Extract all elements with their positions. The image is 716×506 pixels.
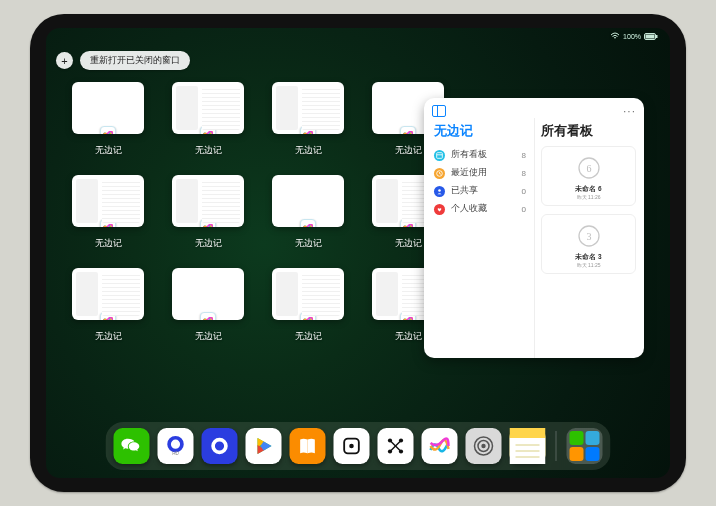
app-thumbnail — [172, 175, 244, 227]
app-label: 无边记 — [95, 237, 122, 250]
board-card[interactable]: 6未命名 6昨天 11:26 — [541, 146, 636, 206]
panel-toolbar: ··· — [424, 98, 644, 118]
app-label: 无边记 — [295, 330, 322, 343]
dock-dice-icon[interactable] — [334, 428, 370, 464]
app-card[interactable]: 无边记 — [272, 268, 344, 343]
panel-sidebar: 无边记 所有看板8最近使用8已共享0个人收藏0 — [424, 118, 534, 358]
app-label: 无边记 — [195, 330, 222, 343]
app-card[interactable]: 无边记 — [172, 175, 244, 250]
freeform-icon — [100, 126, 116, 134]
board-time: 昨天 11:25 — [577, 262, 601, 268]
board-card[interactable]: 3未命名 3昨天 11:25 — [541, 214, 636, 274]
svg-rect-3 — [437, 152, 443, 158]
more-button[interactable]: ··· — [623, 104, 636, 118]
dock-quark-hd-icon[interactable]: HD — [158, 428, 194, 464]
svg-rect-2 — [656, 35, 658, 38]
category-icon — [434, 204, 445, 215]
svg-rect-1 — [646, 34, 655, 38]
app-label: 无边记 — [95, 144, 122, 157]
app-thumbnail — [272, 268, 344, 320]
dock-wechat-icon[interactable] — [114, 428, 150, 464]
app-thumbnail — [72, 268, 144, 320]
panel-left-title: 无边记 — [434, 122, 526, 140]
category-icon — [434, 168, 445, 179]
board-time: 昨天 11:26 — [577, 194, 601, 200]
category-row[interactable]: 所有看板8 — [434, 146, 526, 164]
freeform-icon — [300, 219, 316, 227]
app-thumbnail — [272, 175, 344, 227]
category-row[interactable]: 最近使用8 — [434, 164, 526, 182]
category-count: 0 — [522, 187, 526, 196]
app-card[interactable]: 无边记 — [72, 175, 144, 250]
category-row[interactable]: 已共享0 — [434, 182, 526, 200]
freeform-icon — [100, 312, 116, 320]
dock-grid-icon[interactable] — [378, 428, 414, 464]
app-card[interactable]: 无边记 — [172, 268, 244, 343]
freeform-icon — [400, 312, 416, 320]
freeform-icon — [400, 126, 416, 134]
app-thumbnail — [72, 175, 144, 227]
app-thumbnail — [172, 268, 244, 320]
dock-freeform-icon[interactable] — [422, 428, 458, 464]
app-switcher-grid: 无边记无边记无边记无边记无边记无边记无边记无边记无边记无边记无边记无边记 — [72, 82, 444, 343]
battery-label: 100% — [623, 33, 641, 40]
add-button[interactable]: + — [56, 52, 73, 69]
app-label: 无边记 — [295, 237, 322, 250]
app-card[interactable]: 无边记 — [72, 268, 144, 343]
category-row[interactable]: 个人收藏0 — [434, 200, 526, 218]
sidebar-toggle-icon[interactable] — [432, 105, 446, 117]
category-name: 个人收藏 — [451, 203, 487, 215]
app-label: 无边记 — [395, 144, 422, 157]
screen: 100% + 重新打开已关闭的窗口 无边记无边记无边记无边记无边记无边记无边记无… — [46, 28, 670, 478]
freeform-icon — [200, 312, 216, 320]
svg-text:HD: HD — [172, 451, 179, 456]
app-thumbnail — [172, 82, 244, 134]
battery-icon — [644, 33, 658, 41]
freeform-icon — [200, 219, 216, 227]
wifi-icon — [610, 32, 620, 41]
app-label: 无边记 — [395, 330, 422, 343]
board-caption: 未命名 6 — [575, 185, 601, 194]
svg-point-11 — [169, 438, 182, 451]
freeform-icon — [300, 126, 316, 134]
category-icon — [434, 150, 445, 161]
dock-settings-icon[interactable] — [466, 428, 502, 464]
board-preview: 3 — [573, 221, 605, 253]
app-label: 无边记 — [95, 330, 122, 343]
plus-icon: + — [61, 55, 67, 67]
svg-rect-25 — [510, 428, 546, 438]
svg-point-6 — [438, 189, 441, 192]
reopen-closed-window-button[interactable]: 重新打开已关闭的窗口 — [80, 51, 190, 70]
app-card[interactable]: 无边记 — [172, 82, 244, 157]
freeform-icon — [100, 219, 116, 227]
app-card[interactable]: 无边记 — [72, 82, 144, 157]
category-count: 8 — [522, 151, 526, 160]
board-caption: 未命名 3 — [575, 253, 601, 262]
dock-books-icon[interactable] — [290, 428, 326, 464]
dock-notes-icon[interactable] — [510, 428, 546, 464]
app-card[interactable]: 无边记 — [272, 175, 344, 250]
app-card[interactable]: 无边记 — [272, 82, 344, 157]
svg-point-13 — [213, 440, 226, 453]
category-name: 已共享 — [451, 185, 478, 197]
freeform-icon — [200, 126, 216, 134]
svg-point-15 — [349, 444, 354, 449]
dock-quark-icon[interactable] — [202, 428, 238, 464]
dock: HD — [106, 422, 611, 470]
board-preview: 6 — [573, 153, 605, 185]
category-name: 最近使用 — [451, 167, 487, 179]
freeform-icon — [300, 312, 316, 320]
app-label: 无边记 — [395, 237, 422, 250]
svg-text:3: 3 — [586, 231, 591, 242]
category-count: 8 — [522, 169, 526, 178]
status-bar: 100% — [610, 32, 658, 41]
dock-play-icon[interactable] — [246, 428, 282, 464]
app-thumbnail — [72, 82, 144, 134]
svg-text:6: 6 — [586, 163, 591, 174]
freeform-panel[interactable]: ··· 无边记 所有看板8最近使用8已共享0个人收藏0 所有看板 6未命名 6昨… — [424, 98, 644, 358]
app-thumbnail — [272, 82, 344, 134]
category-name: 所有看板 — [451, 149, 487, 161]
svg-point-24 — [481, 444, 485, 448]
category-icon — [434, 186, 445, 197]
app-library-icon[interactable] — [567, 428, 603, 464]
